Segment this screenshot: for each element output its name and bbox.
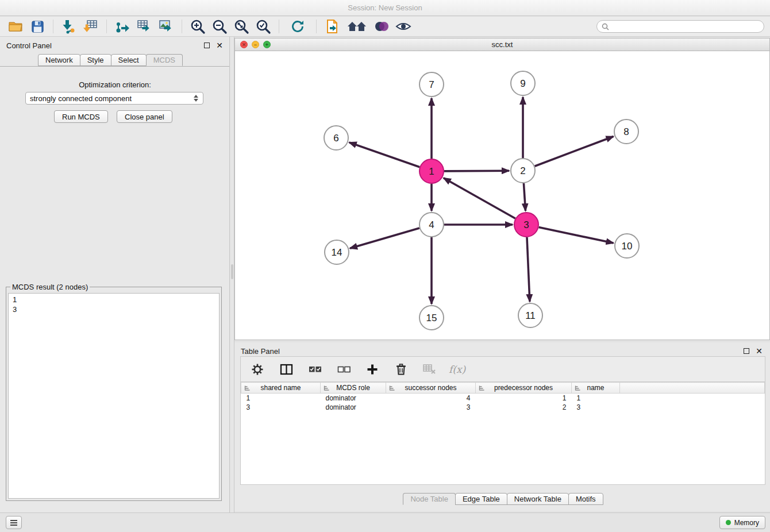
sort-icon: [389, 385, 395, 393]
import-network-icon: [61, 19, 76, 34]
close-table-panel-icon[interactable]: ✕: [756, 348, 763, 354]
float-panel-icon[interactable]: [204, 43, 210, 48]
cell[interactable]: 1: [241, 394, 321, 403]
edge-3-1[interactable]: [444, 178, 515, 218]
function-builder-button[interactable]: f(x): [449, 364, 465, 375]
network-graph[interactable]: 7968124314101511: [235, 51, 769, 340]
sort-icon: [575, 385, 581, 393]
zoom-selected-icon: [256, 19, 271, 34]
memory-status-icon: [726, 520, 731, 525]
node-label-9: 9: [520, 78, 525, 89]
show-columns-button[interactable]: [276, 361, 296, 378]
plus-icon: [366, 363, 379, 376]
status-bar: Memory: [0, 512, 770, 532]
network-canvas[interactable]: 7968124314101511: [235, 51, 769, 340]
open-file-button[interactable]: [6, 18, 25, 35]
tab-mcds[interactable]: MCDS: [146, 54, 183, 66]
network-document-button[interactable]: [322, 18, 342, 35]
create-column-button[interactable]: [363, 361, 382, 378]
edge-2-3[interactable]: [523, 183, 525, 211]
edge-2-8[interactable]: [535, 137, 614, 167]
column-label: shared name: [260, 384, 301, 392]
column-header-predecessor-nodes[interactable]: predecessor nodes: [476, 383, 572, 394]
cell[interactable]: 1: [476, 394, 572, 403]
cell[interactable]: 3: [241, 403, 321, 412]
zoom-in-button[interactable]: [188, 18, 207, 35]
memory-button[interactable]: Memory: [719, 516, 765, 529]
tab-node-table[interactable]: Node Table: [403, 493, 456, 505]
table-panel-tabs: Node TableEdge TableNetwork TableMotifs: [240, 485, 765, 508]
refresh-view-button[interactable]: [285, 18, 310, 35]
graphics-details-button[interactable]: [394, 18, 413, 35]
criterion-select[interactable]: strongly connected component: [25, 92, 203, 105]
cell[interactable]: 4: [386, 394, 476, 403]
list-icon: [10, 519, 18, 526]
home-views-button[interactable]: [344, 18, 369, 35]
import-table-button[interactable]: [81, 18, 101, 35]
close-panel-button[interactable]: Close panel: [117, 110, 172, 123]
save-session-button[interactable]: [28, 18, 47, 35]
table-row[interactable]: 1dominator411: [241, 394, 765, 403]
tab-style[interactable]: Style: [80, 54, 111, 66]
cell[interactable]: 1: [572, 394, 620, 403]
node-label-2: 2: [520, 165, 525, 176]
node-label-8: 8: [623, 126, 629, 137]
import-network-button[interactable]: [59, 18, 79, 35]
toolbar-separator: [106, 20, 107, 33]
unselect-all-columns-button[interactable]: [334, 361, 353, 378]
cell[interactable]: 3: [386, 403, 476, 412]
delete-table-button[interactable]: [420, 361, 440, 378]
tab-network[interactable]: Network: [38, 54, 80, 66]
edge-1-2[interactable]: [444, 171, 509, 171]
export-image-button[interactable]: [156, 18, 176, 35]
table-panel-title: Table Panel: [241, 347, 280, 356]
column-header-shared-name[interactable]: shared name: [241, 383, 321, 394]
cell[interactable]: dominator: [321, 403, 386, 412]
delete-column-button[interactable]: [391, 361, 411, 378]
float-table-panel-icon[interactable]: [744, 348, 749, 354]
control-panel-header: Control Panel ✕: [0, 37, 229, 54]
table-row[interactable]: 3dominator323: [241, 403, 765, 412]
zoom-out-button[interactable]: [210, 18, 229, 35]
run-mcds-button[interactable]: Run MCDS: [54, 110, 108, 123]
edge-3-10[interactable]: [539, 228, 614, 243]
tab-edge-table[interactable]: Edge Table: [455, 493, 507, 505]
cell[interactable]: 2: [476, 403, 572, 412]
divider-grip[interactable]: [231, 264, 233, 279]
cell[interactable]: 3: [572, 403, 620, 412]
column-header-MCDS-role[interactable]: MCDS role: [321, 383, 386, 394]
panel-divider[interactable]: [230, 37, 234, 512]
delete-table-icon: [423, 363, 437, 375]
task-history-button[interactable]: [6, 516, 22, 529]
node-label-3: 3: [523, 219, 529, 230]
select-all-columns-button[interactable]: [305, 361, 325, 378]
mcds-result-list[interactable]: 13: [8, 293, 220, 499]
maximize-window-button[interactable]: +: [263, 41, 271, 48]
tab-network-table[interactable]: Network Table: [507, 493, 569, 505]
export-table-button[interactable]: [134, 18, 154, 35]
close-window-button[interactable]: ✕: [240, 41, 248, 48]
column-header-successor-nodes[interactable]: successor nodes: [386, 383, 476, 394]
checked-boxes-icon: [309, 364, 322, 375]
close-panel-icon[interactable]: ✕: [216, 43, 223, 48]
edge-3-11[interactable]: [527, 237, 530, 302]
node-table: shared nameMCDS rolesuccessor nodesprede…: [241, 382, 765, 412]
search-input[interactable]: [612, 22, 759, 31]
cell-filler: [620, 394, 765, 403]
zoom-fit-button[interactable]: [232, 18, 251, 35]
node-label-15: 15: [426, 313, 437, 323]
edge-1-6[interactable]: [349, 142, 420, 167]
zoom-selected-button[interactable]: [253, 18, 273, 35]
minimize-window-button[interactable]: −: [252, 41, 259, 48]
table-settings-button[interactable]: [248, 361, 267, 378]
tab-select[interactable]: Select: [111, 54, 147, 66]
node-label-4: 4: [429, 219, 434, 230]
edge-4-14[interactable]: [350, 228, 419, 248]
style-venn-button[interactable]: [372, 18, 391, 35]
column-header-name[interactable]: name: [572, 383, 620, 394]
export-network-button[interactable]: [113, 18, 132, 35]
cell[interactable]: dominator: [321, 394, 386, 403]
toolbar-separator: [316, 20, 317, 33]
tab-motifs[interactable]: Motifs: [568, 493, 603, 505]
result-line: 3: [13, 304, 215, 314]
